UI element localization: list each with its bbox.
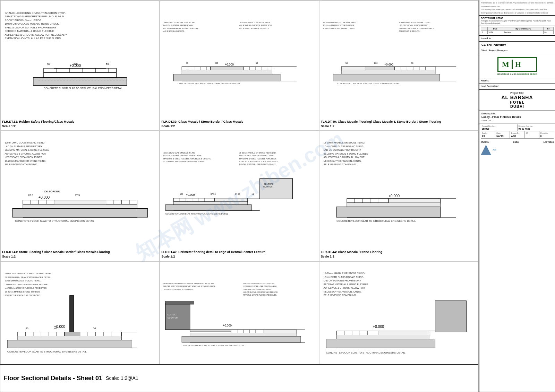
company-logo: M H [497,57,537,72]
svg-text:50: 50 [47,62,50,66]
svg-text:ADHESIVES & GROUTS.: ADHESIVES & GROUTS. [399,30,420,32]
issued-for-section: Issued for: [479,36,555,42]
date-label: Date: [496,132,509,134]
svg-text:10mm DIM'D GLASS MOSAIC TILING: 10mm DIM'D GLASS MOSAIC TILING [399,21,430,24]
svg-text:87.90: 87.90 [211,193,216,195]
svg-rect-235 [326,339,435,348]
client-review-text: CLIENT REVIEW [481,43,553,46]
drawing-cell-flr-dt-40: 18-20mm MARBLE STONE FLOORING 18-20mm MA… [319,0,478,131]
svg-text:SELF LEVELING COMPOUND.: SELF LEVELING COMPOUND. [323,294,357,296]
svg-text:10mm DIM'D GLASS MOSAIC TILING: 10mm DIM'D GLASS MOSAIC TILING. [323,276,364,278]
svg-text:LAD ON SUITABLE PROPRIETARY: LAD ON SUITABLE PROPRIETARY [163,24,193,26]
cell-label-39: FLR.DT.39: Glass Mosaic / Stone Border /… [161,119,317,129]
drawing-title-label: Drawing title: [481,112,553,115]
project-number-label: Project Number: [482,125,516,128]
svg-text:NECESSARY EXPANSION JOINTS.: NECESSARY EXPANSION JOINTS. [5,156,43,159]
svg-text:CONCRETE FLOOR SLAB TO STRUCTU: CONCRETE FLOOR SLAB TO STRUCTURAL ENGINE… [15,220,94,223]
svg-text:ARMSTRONG MARMORETTE PUR LINOL: ARMSTRONG MARMORETTE PUR LINOLEUM IN [5,15,64,18]
drawing-area: 知本网 www.zhiben.com GRANIX 1732/1GRNG BRA… [0,0,479,392]
cell-drawing-43: HOTEL TOP HUNG AUTOMATIC SLIDING DOOR 32… [2,263,158,380]
svg-text:ALLOW FOR NECESSARY EXPANSION : ALLOW FOR NECESSARY EXPANSION JOINTS. [163,160,205,163]
cell-label-41: FLR.DT.41: Stone Flooring / Glass Mosaic… [2,249,158,259]
svg-rect-184 [18,336,122,340]
svg-text:ADHESIVES & GROUTS. ALLOW FOR: ADHESIVES & GROUTS. ALLOW FOR [5,153,45,155]
svg-text:10mm DIM'D GLASS MOSAIC TILING: 10mm DIM'D GLASS MOSAIC TILING. [323,145,364,148]
svg-text:BEDDING MATERIAL & USING FLEXI: BEDDING MATERIAL & USING FLEXIBLE [323,283,368,285]
date-value: Mar'09 [496,135,509,138]
svg-text:18-20mm MARBLE OR STONE TILING: 18-20mm MARBLE OR STONE TILING. [323,142,365,144]
svg-text:ADHESIVES & GROUTS. ALLOW FOR: ADHESIVES & GROUTS. ALLOW FOR [239,24,272,26]
cell-label-32: FLR.DT.32: Rubber Safety Flooring/Glass … [2,119,158,129]
logo-h: H [515,60,521,69]
svg-rect-117 [260,178,293,199]
drawing-cell-flr-dt-32: GRANIX 1732/1GRNG BRASS TRANSITION STRIP… [0,0,160,131]
title-block: All Dimensions are to be checked on site… [479,0,555,392]
svg-text:CONCRETE/FLOOR SLAB TO STRUCTU: CONCRETE/FLOOR SLAB TO STRUCTURAL ENGINE… [182,344,245,346]
drawing-cell-flr-dt-42: 10mm DIM'D GLASS MOSAIC TILING. LAD ON S… [160,131,319,261]
svg-text:STONE THRESHOLD AT DOOR OPC.: STONE THRESHOLD AT DOOR OPC. [5,294,41,296]
revision-table: Date By Client Review ST 0 10.04 Revisio… [481,27,554,34]
tb-drawing-title-area: Drawing title: Lobby - Floor Finishes De… [479,111,555,123]
svg-text:400: 400 [73,62,77,66]
project-title-sub2: DUBAI [481,104,553,108]
svg-text:CONCRETE/FLOOR SLAB TO STRUCTU: CONCRETE/FLOOR SLAB TO STRUCTURAL ENGINE… [7,350,87,353]
svg-text:CENTRAL: CENTRAL [264,183,274,185]
project-label: Project: [481,79,554,82]
logo-company-name: MOHAMMAD CAIRO BIN HAIDER GROUP [497,73,537,75]
svg-text:50: 50 [345,62,348,64]
svg-text:CONCRETE/FLOOR SLAB TO STRUCTU: CONCRETE/FLOOR SLAB TO STRUCTURAL ENGINE… [326,351,405,354]
drawn-by-cell: Drawn By: ACG [510,131,524,138]
date-cell: Date: Mar'09 [495,131,510,138]
drawn-by-label: Drawn By: [511,132,523,134]
svg-text:10mm DIM'D GLASS MOSAIC TILING: 10mm DIM'D GLASS MOSAIC TILING. [163,152,195,154]
svg-rect-234 [336,335,430,339]
svg-text:BEDDING MATERIAL & USING FLEXI: BEDDING MATERIAL & USING FLEXIBLE [5,149,49,151]
tb-notes-section: All Dimensions are to be checked on site… [479,0,555,16]
svg-text:NECESSARY EXPANSION JOINTS.: NECESSARY EXPANSION JOINTS. [323,160,361,162]
svg-rect-150 [347,199,388,203]
copyright-notice: COPYRIGHT ©2003 [481,17,554,20]
svg-text:18-20mm MARBLE OR STONE TILING: 18-20mm MARBLE OR STONE TILING. [323,272,365,275]
svg-text:MATERIAL & USING FLEXIBLE ADHE: MATERIAL & USING FLEXIBLE ADHESIVES. [244,294,277,296]
svg-text:TO COFFEE COUNTER INSTALLATION: TO COFFEE COUNTER INSTALLATION. [163,288,194,290]
svg-text:SPEC'S LAD ON SUITABLE PROPRIE: SPEC'S LAD ON SUITABLE PROPRIETARY [5,26,56,29]
svg-text:SELF LEVELING COMPOUND.: SELF LEVELING COMPOUND. [323,164,357,166]
svg-rect-131 [174,202,248,205]
svg-text:ADHESIVES & GROUTS.: ADHESIVES & GROUTS. [163,30,185,32]
svg-text:MATERIAL & USING FLEXIBLE ADHE: MATERIAL & USING FLEXIBLE ADHESIVES [5,287,46,289]
project-number-value: 268025 [482,128,516,130]
svg-text:+0.000: +0.000 [384,63,393,66]
svg-text:GRANIX 1732/1GRNG BRASS TRANSI: GRANIX 1732/1GRNG BRASS TRANSITION STRIP… [5,11,66,15]
drawing-number-value: 00-03-4023 [519,128,553,130]
scale-value: 1:2 [482,135,494,138]
svg-rect-13 [44,72,117,78]
svg-text:+0.000: +0.000 [186,193,195,197]
svg-text:50: 50 [186,62,188,64]
main-container: 知本网 www.zhiben.com GRANIX 1732/1GRNG BRA… [0,0,555,392]
svg-text:10mm DIM'D GLASS MOSAIC TILING: 10mm DIM'D GLASS MOSAIC TILING. [244,288,272,290]
svg-text:BEDDING MATERIAL & USING FLEXI: BEDDING MATERIAL & USING FLEXIBLE [163,27,199,29]
tb-numbers-section: Project Number: 268025 Drawing Number: 0… [479,123,555,140]
scale-date-row: Scale: 1:2 Date: Mar'09 Drawn By: ACG SR… [481,131,554,139]
sheet-title: Floor Sectional Details - Sheet 01 [4,375,102,382]
svg-rect-198 [165,303,190,330]
tb-offices-section: ATLANTA DUBAI LAS VEGAS ADG [479,140,555,392]
tb-lead-consultant-section: Lead Consultant: [479,84,555,89]
svg-text:CONCRETE/FLOOR SLAB TO STRUCTU: CONCRETE/FLOOR SLAB TO STRUCTURAL ENGINE… [337,82,400,85]
svg-text:ADHESIVES & GROUTS. ALLOW FOR : ADHESIVES & GROUTS. ALLOW FOR NECESSARY [5,33,67,36]
svg-text:BEDDING MATERIAL & USING FLEXI: BEDDING MATERIAL & USING FLEXIBLE [5,29,54,33]
svg-text:18-20mm MARBLE STONE BORDER: 18-20mm MARBLE STONE BORDER [323,24,354,26]
svg-text:EXPANSION JOINTS. ALL AS PER S: EXPANSION JOINTS. ALL AS PER SUPPLIERS. [5,37,61,40]
svg-text:ROCKY BROWN 3mm UPSIDE.: ROCKY BROWN 3mm UPSIDE. [5,19,42,22]
svg-text:LAD ON SUITABLE PROPRIETARY: LAD ON SUITABLE PROPRIETARY [323,149,361,151]
svg-text:+0.000: +0.000 [223,324,232,327]
svg-text:COFFEE: COFFEE [168,313,176,315]
cell-drawing-44: 18-20mm MARBLE OR STONE TILING. 10mm DIM… [321,132,477,249]
project-title-label: Project Title: [481,92,553,94]
project-number-cell: Project Number: 268025 [481,124,518,131]
cell-drawing-32: GRANIX 1732/1GRNG BRASS TRANSITION STRIP… [2,2,158,119]
office-atlanta: ATLANTA [481,141,489,143]
svg-text:CONCRETE/FLOOR SLAB TO STRUCTU: CONCRETE/FLOOR SLAB TO STRUCTURAL ENGINE… [178,82,241,85]
svg-text:CONCRETE/FLOOR SLAB TO STRUCTU: CONCRETE/FLOOR SLAB TO STRUCTURAL ENGINE… [336,220,416,223]
svg-text:NECESSARY EXPANSION JOINTS.: NECESSARY EXPANSION JOINTS. [239,27,270,29]
